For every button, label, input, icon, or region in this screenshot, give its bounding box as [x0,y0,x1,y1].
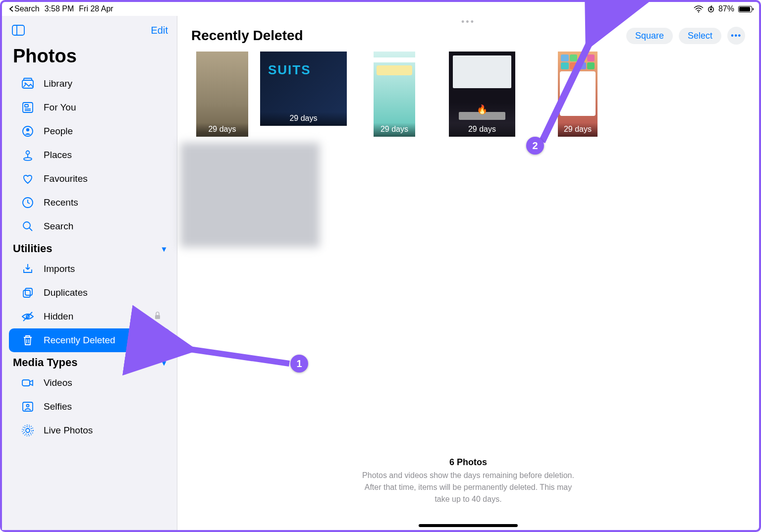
status-time: 3:58 PM [45,4,74,13]
sidebar-item-label: Duplicates [44,287,88,298]
sidebar-item-library[interactable]: Library [9,72,170,96]
sidebar-item-search[interactable]: Search [9,214,170,238]
photo-thumb[interactable]: 🔥29 days [449,52,515,137]
svg-line-35 [542,39,592,142]
svg-point-31 [26,428,30,432]
section-utilities[interactable]: Utilities ▾ [2,238,177,257]
footer-hint: Photos and videos show the days remainin… [177,470,759,505]
back-to-app[interactable]: Search [9,4,40,13]
select-button[interactable]: Select [679,28,721,44]
annotation-2: 2 [522,32,611,160]
section-title-label: Utilities [13,242,52,255]
svg-point-32 [24,426,32,434]
svg-rect-21 [23,290,30,297]
home-indicator[interactable] [419,524,518,527]
sidebar-item-places[interactable]: Places [9,143,170,167]
sidebar-item-label: Imports [44,264,75,274]
duplicates-icon [20,285,36,301]
photo-thumb[interactable]: SUITS29 days [260,52,347,126]
sidebar-item-people[interactable]: People [9,119,170,143]
photo-thumb[interactable] [180,143,320,247]
selfie-icon [20,399,36,415]
sidebar-item-videos[interactable]: Videos [9,371,170,395]
svg-point-14 [26,151,30,155]
sidebar-item-label: People [44,126,73,137]
svg-point-16 [24,158,32,160]
annotation-bubble-1: 1 [290,355,308,372]
heart-icon [20,171,36,187]
sidebar-item-label: Live Photos [44,425,93,436]
chevron-down-icon: ▾ [162,358,166,368]
sidebar-item-duplicates[interactable]: Duplicates [9,281,170,305]
days-remaining: 29 days [196,123,248,137]
unlock-icon [153,335,161,346]
svg-rect-2 [710,8,712,10]
sidebar-item-label: Videos [44,377,72,388]
status-bar: Search 3:58 PM Fri 28 Apr 87% [2,2,759,16]
multitask-dots-icon[interactable]: ••• [458,17,478,27]
sidebar-toggle-icon[interactable] [11,23,26,38]
photo-count: 6 Photos [177,457,759,468]
days-remaining: 29 days [374,123,415,137]
lock-icon [154,311,161,322]
sidebar-item-recently-deleted[interactable]: Recently Deleted [9,328,170,352]
sidebar-item-hidden[interactable]: Hidden [9,305,170,328]
sidebar-item-label: Places [44,150,72,160]
svg-rect-24 [155,315,160,319]
eye-off-icon [20,309,36,324]
sidebar-item-selfies[interactable]: Selfies [9,395,170,419]
sidebar-item-imports[interactable]: Imports [9,257,170,281]
live-photos-icon [20,423,36,438]
svg-line-34 [186,349,289,364]
photo-grid: 29 days SUITS29 days 29 days 🔥29 days 29… [177,47,759,247]
status-left: Search 3:58 PM Fri 28 Apr [9,4,113,13]
section-media-types[interactable]: Media Types ▾ [2,352,177,371]
svg-line-23 [23,312,32,321]
sidebar-item-label: Hidden [44,311,73,322]
trash-icon [20,332,36,348]
square-button[interactable]: Square [626,28,673,44]
foryou-icon [20,100,36,115]
library-icon [20,76,36,92]
sidebar-item-live-photos[interactable]: Live Photos [9,419,170,442]
section-title-label: Media Types [13,356,77,369]
svg-point-18 [23,222,30,229]
svg-rect-27 [155,339,160,343]
page-title: Recently Deleted [191,28,303,44]
svg-rect-8 [23,103,33,112]
photo-thumb[interactable]: 29 days [374,52,415,137]
more-button[interactable]: ••• [727,27,745,45]
chevron-down-icon: ▾ [162,244,166,254]
photo-thumb[interactable]: 29 days [196,52,248,137]
people-icon [20,123,36,139]
sidebar-item-favourites[interactable]: Favourites [9,167,170,191]
svg-point-30 [27,405,29,407]
sidebar-item-label: Search [44,221,73,232]
days-remaining: 29 days [260,112,347,126]
back-app-label: Search [14,4,40,13]
thumb-text: SUITS [268,62,311,78]
content-area: ••• Recently Deleted Square Select ••• 2… [177,16,759,530]
sidebar-item-label: Library [44,78,72,89]
footer-info: 6 Photos Photos and videos show the days… [177,457,759,505]
edit-button[interactable]: Edit [151,25,168,36]
battery-icon [738,6,752,12]
sidebar-item-foryou[interactable]: For You [9,96,170,119]
svg-rect-3 [12,25,24,35]
places-icon [20,147,36,163]
svg-rect-20 [25,288,32,295]
svg-point-13 [26,128,29,131]
wifi-icon [694,5,704,13]
annotation-1: 1 [179,335,313,374]
svg-point-0 [698,11,699,12]
sidebar-item-label: Recently Deleted [44,335,115,346]
svg-rect-9 [25,105,28,107]
sidebar-item-label: Recents [44,197,78,208]
clock-icon [20,195,36,211]
sidebar-item-recents[interactable]: Recents [9,191,170,214]
svg-rect-28 [22,380,30,386]
days-remaining: 29 days [449,123,515,137]
app-title: Photos [2,39,177,72]
sidebar-item-label: Selfies [44,401,72,412]
video-icon [20,375,36,391]
